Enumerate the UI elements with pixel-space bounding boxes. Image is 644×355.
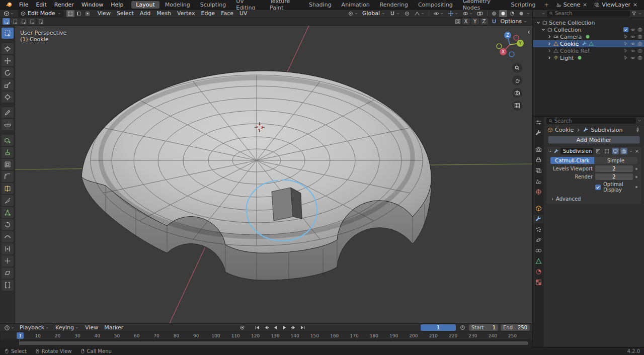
tab-modifiers[interactable]	[533, 215, 543, 223]
workspace-tab-scripting[interactable]: Scripting	[507, 1, 540, 9]
viewport-3d[interactable]: User Perspective (1) Cookie Z Y X	[15, 26, 532, 323]
pin-icon[interactable]	[635, 127, 640, 133]
levels-viewport-field[interactable]: 2	[595, 165, 633, 172]
selected-face-box[interactable]	[272, 188, 302, 221]
shading-material-button[interactable]	[508, 10, 516, 17]
tab-output[interactable]	[533, 156, 543, 164]
render-levels-field[interactable]: 2	[595, 173, 633, 180]
gizmo-neg-x-axis[interactable]	[514, 35, 519, 40]
jump-to-end-button[interactable]	[299, 324, 307, 331]
collection-checkbox[interactable]	[623, 27, 628, 32]
selectable-pointer-icon[interactable]	[623, 34, 628, 39]
add-workspace-button[interactable]: +	[541, 1, 551, 9]
menu-uv[interactable]: UV	[236, 10, 251, 17]
workspace-tab-compositing[interactable]: Compositing	[414, 1, 457, 9]
chevron-right-icon[interactable]	[547, 55, 552, 60]
shading-wireframe-button[interactable]	[490, 10, 498, 17]
outliner-editor-icon[interactable]	[535, 11, 540, 16]
face-select-mode-button[interactable]	[84, 10, 92, 17]
gizmo-neg-z-axis[interactable]	[509, 52, 514, 57]
tab-world[interactable]	[533, 188, 543, 196]
breadcrumb-modifier[interactable]: Subdivision	[591, 127, 622, 133]
selectable-pointer-icon[interactable]	[623, 48, 628, 53]
close-icon[interactable]	[634, 149, 639, 154]
optimal-display-checkbox[interactable]	[595, 185, 601, 190]
select-mode-subtract-button[interactable]	[20, 18, 27, 25]
timeline-scrollbar[interactable]	[19, 341, 528, 345]
tab-constraints[interactable]	[533, 246, 543, 255]
tab-texture[interactable]	[533, 278, 543, 287]
workspace-tab-sculpting[interactable]: Sculpting	[196, 1, 230, 9]
tool-rip-region[interactable]	[2, 280, 14, 291]
animate-dot-icon[interactable]	[635, 176, 637, 178]
chevron-right-icon[interactable]	[547, 48, 552, 53]
hide-eye-icon[interactable]	[630, 41, 635, 46]
proportional-edit-button[interactable]	[403, 10, 412, 17]
tab-render[interactable]	[533, 145, 543, 154]
outliner-row-light[interactable]: Light	[533, 54, 644, 61]
outliner-search[interactable]	[547, 11, 630, 17]
breadcrumb-object[interactable]: Cookie	[555, 127, 574, 133]
current-frame-field[interactable]: 1	[421, 324, 456, 331]
perspective-toggle-button[interactable]	[512, 101, 522, 111]
edge-select-mode-button[interactable]	[75, 10, 83, 17]
timeline-ruler[interactable]: 10 20 30 40 50 60 70 80 90 100 110 120 1…	[0, 332, 532, 339]
auto-keying-toggle[interactable]	[238, 324, 247, 331]
cookie-mesh[interactable]	[82, 71, 431, 281]
jump-prev-keyframe-button[interactable]	[263, 324, 271, 331]
tool-rotate[interactable]	[2, 67, 14, 78]
hide-eye-icon[interactable]	[630, 55, 635, 60]
modifier-realtime-toggle[interactable]	[612, 148, 619, 154]
mirror-y-button[interactable]: Y	[471, 18, 479, 25]
tool-edge-slide[interactable]	[2, 243, 14, 254]
outliner-search-input[interactable]	[555, 11, 628, 16]
select-mode-new-button[interactable]	[3, 18, 10, 25]
menu-file[interactable]: File	[16, 2, 32, 8]
workspace-tab-modeling[interactable]: Modeling	[160, 1, 195, 9]
menu-keying[interactable]: Keying	[53, 324, 82, 331]
menu-render[interactable]: Render	[51, 2, 77, 8]
menu-timeline-view[interactable]: View	[83, 324, 101, 331]
modifier-on-cage-toggle[interactable]	[595, 148, 602, 154]
workspace-tab-layout[interactable]: Layout	[131, 1, 159, 9]
mode-dropdown[interactable]: Edit Mode	[18, 10, 64, 17]
play-button[interactable]	[281, 324, 289, 331]
end-frame-field[interactable]: End 250	[501, 324, 530, 331]
transform-pivot-dropdown[interactable]	[346, 10, 360, 17]
shading-solid-button[interactable]	[499, 10, 507, 17]
select-mode-intersect-button[interactable]	[37, 18, 44, 25]
outliner-row-cookie-ref[interactable]: Cookie Ref	[533, 47, 644, 54]
tool-loop-cut[interactable]	[2, 183, 14, 194]
tool-add-cube[interactable]	[2, 135, 14, 146]
toggle-xray-button[interactable]	[475, 10, 485, 17]
transform-orientation-dropdown[interactable]: Global	[361, 10, 387, 17]
workspace-tab-rendering[interactable]: Rendering	[375, 1, 413, 9]
tab-material[interactable]	[533, 268, 543, 276]
tab-tool[interactable]	[533, 129, 543, 137]
tool-extrude-region[interactable]	[2, 147, 14, 158]
filter-icon[interactable]	[631, 11, 636, 16]
chevron-down-icon[interactable]	[637, 119, 641, 123]
zoom-button[interactable]	[512, 63, 522, 73]
object-type-visibility-dropdown[interactable]	[432, 10, 445, 17]
navigation-gizmo[interactable]: Z Y X	[496, 31, 524, 59]
tool-move[interactable]	[2, 55, 14, 66]
chevron-down-icon[interactable]	[536, 20, 541, 25]
menu-view[interactable]: View	[95, 10, 114, 17]
tool-measure[interactable]	[2, 119, 14, 130]
gizmo-neg-y-axis[interactable]	[497, 44, 502, 49]
mirror-x-button[interactable]: X	[462, 18, 470, 25]
selectable-pointer-icon[interactable]	[623, 41, 628, 46]
play-reverse-button[interactable]	[272, 324, 280, 331]
tab-particles[interactable]	[533, 225, 543, 234]
menu-mesh[interactable]: Mesh	[153, 10, 174, 17]
jump-next-keyframe-button[interactable]	[290, 324, 298, 331]
hide-eye-icon[interactable]	[630, 48, 635, 53]
modifier-extras-icon[interactable]	[629, 149, 633, 153]
menu-vertex[interactable]: Vertex	[174, 10, 198, 17]
expand-chevron-icon[interactable]	[548, 149, 552, 153]
tool-shrink-fatten[interactable]	[2, 255, 14, 267]
options-dropdown[interactable]: Options	[498, 18, 530, 25]
animate-dot-icon[interactable]	[635, 186, 637, 188]
tool-bevel[interactable]	[2, 171, 14, 182]
